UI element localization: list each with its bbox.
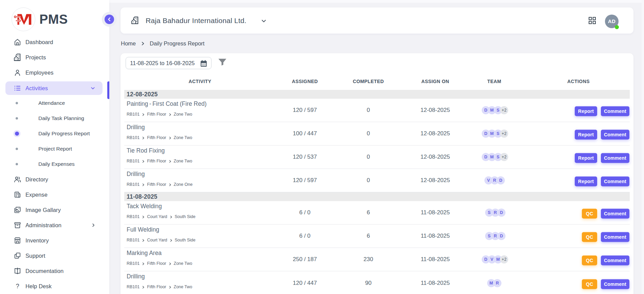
svg-text:?: ?: [16, 283, 19, 290]
